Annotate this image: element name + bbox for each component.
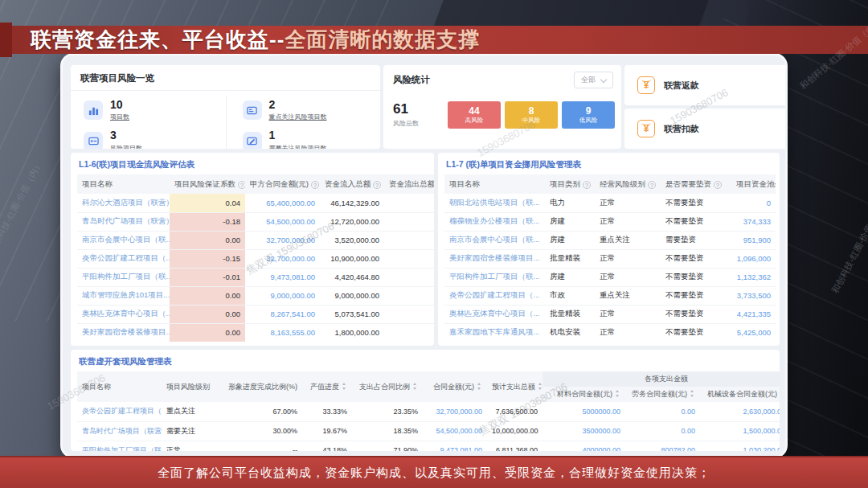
contract-amount-cell: 32,700,000.00 bbox=[245, 249, 320, 268]
mid-risk-box[interactable]: 8 中风险 bbox=[505, 101, 558, 129]
col-header-output-progress[interactable]: 产值进度 bbox=[302, 371, 352, 402]
risk-filter-select[interactable]: 全部 bbox=[574, 72, 613, 88]
project-name-link[interactable]: 炎帝公园扩建工程项目（... bbox=[444, 286, 545, 305]
project-name-link[interactable]: 美好家园宿舍楼装修项目... bbox=[77, 323, 170, 342]
project-name-link[interactable]: 南京市会展中心项目（联... bbox=[77, 231, 170, 249]
high-risk-box[interactable]: 44 高风险 bbox=[448, 101, 501, 129]
sort-icon[interactable] bbox=[690, 390, 695, 397]
need-advance-cell: 不需要垫资 bbox=[661, 268, 731, 286]
project-name-link[interactable]: 科尔沁大酒店项目（联营） bbox=[77, 194, 170, 212]
stat-label[interactable]: 项目数 bbox=[110, 113, 129, 121]
col-header-project-type[interactable]: 项目类别? bbox=[545, 174, 595, 194]
project-name-link[interactable]: 青岛时代广场项目（联营） bbox=[77, 212, 170, 231]
table-row[interactable]: 炎帝公园扩建工程项目（联... 重点关注 67.00% 33.33% 23.35… bbox=[77, 402, 780, 421]
col-header-contract-amount[interactable]: 甲方合同金额(元)? bbox=[245, 174, 320, 194]
risk-overview-title: 联营项目风险一览 bbox=[71, 65, 380, 91]
col-header-material-contract[interactable]: 材料合同金额(元) bbox=[542, 387, 625, 402]
money-envelope-icon: ¥ bbox=[637, 120, 655, 137]
project-name-link[interactable]: 平阳构件加工厂项目（联营） bbox=[77, 441, 162, 451]
project-name-link[interactable]: 炎帝公园扩建工程项目（... bbox=[77, 249, 170, 268]
col-header-expense-ratio[interactable]: 支出占合同比例 bbox=[352, 371, 423, 402]
stat-label[interactable]: 需要关注风险项目数 bbox=[269, 144, 327, 149]
project-name-link[interactable]: 美好家园宿舍楼装修项目... bbox=[444, 249, 545, 268]
sort-icon[interactable] bbox=[538, 383, 542, 390]
table-row[interactable]: 美好家园宿舍楼装修项目... 批量精装 正常 不需要垫资 1,096,000 bbox=[444, 249, 776, 268]
table-row[interactable]: 青岛时代广场项目（联营） -0.18 54,500,000.00 12,720,… bbox=[77, 212, 434, 231]
col-header-need-advance[interactable]: 是否需要垫资? bbox=[661, 174, 731, 194]
project-name-link[interactable]: 平阳构件加工厂项目（联... bbox=[444, 268, 545, 286]
need-advance-cell: 不需要垫资 bbox=[661, 212, 731, 231]
visual-progress-cell: -- bbox=[218, 441, 302, 451]
table-row[interactable]: 青岛时代广场项目（联营） 需要关注 30.00% 19.67% 18.35% 5… bbox=[77, 421, 780, 441]
help-icon[interactable]: ? bbox=[373, 181, 381, 189]
col-header-inflow-total[interactable]: 资金流入总额? bbox=[320, 174, 384, 194]
help-icon[interactable]: ? bbox=[311, 181, 319, 189]
project-name-link[interactable]: 南京市会展中心项目（联... bbox=[444, 231, 545, 249]
col-header-operation-risk[interactable]: 经营风险级别? bbox=[595, 174, 661, 194]
table-row[interactable]: 榴葆物业办公楼项目（联... 房建 正常 不需要垫资 374,333 bbox=[444, 212, 776, 231]
joint-deduction-button[interactable]: ¥ 联营扣款 bbox=[624, 109, 788, 149]
table-row[interactable]: 奥林匹克体育中心项目（... 0.00 8,267,541.00 5,073,5… bbox=[77, 305, 434, 323]
contract-amount-cell: 9,473,081.00 bbox=[245, 268, 320, 286]
table-row[interactable]: 美好家园宿舍楼装修项目... 0.00 8,163,555.00 1,800,0… bbox=[77, 323, 434, 342]
inflow-cell: 9,000,000.00 bbox=[320, 286, 384, 305]
outflow-cell: 866 bbox=[384, 323, 434, 342]
low-risk-box[interactable]: 9 低风险 bbox=[562, 101, 615, 129]
project-name-link[interactable]: 青岛时代广场项目（联营） bbox=[77, 421, 162, 441]
table-row[interactable]: 平阳构件加工厂项目（联... 房建 正常 不需要垫资 1,132,362 bbox=[444, 268, 776, 286]
project-name-link[interactable]: 嘉禾家园地下车库通风项... bbox=[444, 323, 545, 342]
pool-balance-cell: 1,096,000 bbox=[731, 249, 776, 268]
help-icon[interactable]: ? bbox=[714, 181, 722, 189]
table-row[interactable]: 奥林匹克体育中心项目（... 批量精装 正常 不需要垫资 4,421,335 bbox=[444, 305, 776, 323]
risk-level-cell: 重点关注 bbox=[162, 402, 218, 421]
col-header-contract-amount[interactable]: 合同金额(元) bbox=[423, 371, 487, 402]
project-name-link[interactable]: 榴葆物业办公楼项目（联... bbox=[444, 212, 545, 231]
table-row[interactable]: 平阳构件加工厂项目（联... -0.01 9,473,081.00 4,420,… bbox=[77, 268, 434, 286]
sort-icon[interactable] bbox=[477, 383, 482, 390]
sort-icon[interactable] bbox=[615, 390, 620, 397]
project-name-link[interactable]: 炎帝公园扩建工程项目（联... bbox=[77, 402, 162, 421]
material-contract-cell: 5000000.00 bbox=[542, 402, 625, 421]
col-header-outflow-total[interactable]: 资金流出总额 bbox=[384, 174, 434, 194]
sort-icon[interactable] bbox=[342, 383, 347, 390]
col-header-expected-expense[interactable]: 预计支出总额 bbox=[487, 371, 542, 402]
table-row[interactable]: 城市管理应急房101项目... 0.00 9,000,000.00 9,000,… bbox=[77, 286, 434, 305]
project-name-link[interactable]: 平阳构件加工厂项目（联... bbox=[77, 268, 170, 286]
sort-icon[interactable] bbox=[383, 180, 384, 187]
sort-icon[interactable] bbox=[412, 383, 418, 390]
col-header-labor-contract[interactable]: 劳务合同金额(元) bbox=[625, 387, 700, 402]
joint-refund-button[interactable]: ¥ 联营返款 bbox=[624, 65, 788, 105]
stat-label[interactable]: 风险项目数 bbox=[110, 144, 142, 149]
expected-expense-cell: 6,811,368.00 bbox=[487, 441, 542, 451]
cashflow-table-title: L1-6(联)项目现金流风险评估表 bbox=[71, 153, 434, 174]
inflow-cell: 12,720,000.00 bbox=[320, 212, 384, 231]
col-header-machinery-contract[interactable]: 机械设备合同金额(元) bbox=[700, 387, 780, 402]
table-row[interactable]: 炎帝公园扩建工程项目（... -0.15 32,700,000.00 10,90… bbox=[77, 249, 434, 268]
project-type-cell: 房建 bbox=[545, 231, 595, 249]
project-name-link[interactable]: 奥林匹克体育中心项目（... bbox=[77, 305, 170, 323]
outflow-cell: 23,536 bbox=[384, 212, 434, 231]
stat-label[interactable]: 重点关注风险项目数 bbox=[269, 113, 327, 121]
pool-balance-cell: 951,900 bbox=[731, 231, 776, 249]
need-advance-cell: 不需要垫资 bbox=[661, 305, 731, 323]
risk-list-icon bbox=[84, 132, 103, 149]
project-name-link[interactable]: 朝阳北站供电站项目（联... bbox=[444, 194, 545, 212]
low-risk-count: 9 bbox=[586, 105, 592, 117]
table-row[interactable]: 平阳构件加工厂项目（联营） 正常 -- 43.18% 71.90% 9,473,… bbox=[77, 441, 780, 451]
table-row[interactable]: 炎帝公园扩建工程项目（... 市政 重点关注 不需要垫资 3,733,500 bbox=[444, 286, 776, 305]
project-name-link[interactable]: 城市管理应急房101项目... bbox=[77, 286, 170, 305]
cashflow-risk-table: 项目名称 项目风险保证系数? 甲方合同金额(元)? 资金流入总额? 资金流出总额… bbox=[77, 174, 434, 342]
table-row[interactable]: 嘉禾家园地下车库通风项... 机电安装 正常 不需要垫资 5,425,000 bbox=[444, 323, 776, 342]
col-header-project-name: 项目名称 bbox=[77, 371, 162, 402]
col-header-risk-coefficient[interactable]: 项目风险保证系数? bbox=[170, 174, 245, 194]
table-row[interactable]: 科尔沁大酒店项目（联营） 0.04 65,400,000.00 46,142,3… bbox=[77, 194, 434, 212]
table-row[interactable]: 朝阳北站供电站项目（联... 电力 正常 不需要垫资 0 bbox=[444, 194, 776, 212]
table-row[interactable]: 南京市会展中心项目（联... 房建 重点关注 需要垫资 951,900 bbox=[444, 231, 776, 249]
help-icon[interactable]: ? bbox=[238, 181, 245, 189]
coefficient-cell: -0.15 bbox=[170, 249, 245, 268]
table-row[interactable]: 南京市会展中心项目（联... 0.00 32,700,000.00 3,520,… bbox=[77, 231, 434, 249]
col-header-pool-balance[interactable]: 项目资金池余额(元)(元)? bbox=[731, 174, 776, 194]
help-icon[interactable]: ? bbox=[583, 181, 591, 189]
project-name-link[interactable]: 奥林匹克体育中心项目（... bbox=[444, 305, 545, 323]
help-icon[interactable]: ? bbox=[648, 181, 656, 189]
